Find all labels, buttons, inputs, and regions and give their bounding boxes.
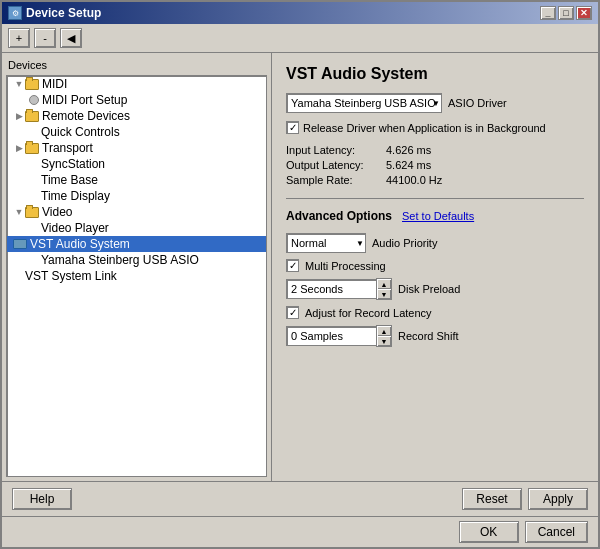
ok-button[interactable]: OK [459, 521, 519, 543]
tree-item-midi-port-setup[interactable]: MIDI Port Setup [7, 92, 266, 108]
remove-button[interactable]: - [34, 28, 56, 48]
audio-priority-row: Normal Boost High ▼ Audio Priority [286, 233, 584, 253]
title-buttons: _ □ ✕ [540, 6, 592, 20]
advanced-options-row: Advanced Options Set to Defaults [286, 209, 584, 223]
disk-preload-spinner: ▲ ▼ [286, 278, 392, 300]
disk-preload-spinner-buttons: ▲ ▼ [376, 278, 392, 300]
input-latency-label: Input Latency: [286, 144, 386, 156]
input-latency-row: Input Latency: 4.626 ms [286, 144, 584, 156]
driver-row: Yamaha Steinberg USB ASIO ▼ ASIO Driver [286, 93, 584, 113]
multi-processing-checkbox[interactable] [286, 259, 299, 272]
sample-rate-value: 44100.0 Hz [386, 174, 442, 186]
sample-rate-label: Sample Rate: [286, 174, 386, 186]
tree-label-yamaha-asio: Yamaha Steinberg USB ASIO [41, 253, 199, 267]
tree-label-vst-audio-system: VST Audio System [30, 237, 130, 251]
apply-button[interactable]: Apply [528, 488, 588, 510]
tree-label-midi: MIDI [42, 77, 67, 91]
cancel-button[interactable]: Cancel [525, 521, 588, 543]
expander-remote: ▶ [13, 111, 25, 121]
device-setup-window: ⚙ Device Setup _ □ ✕ + - ◀ Devices ▼ MID… [0, 0, 600, 549]
audio-priority-select-wrapper: Normal Boost High ▼ [286, 233, 366, 253]
tree-item-quick-controls[interactable]: Quick Controls [7, 124, 266, 140]
tree-label-video-player: Video Player [41, 221, 109, 235]
output-latency-value: 5.624 ms [386, 159, 431, 171]
record-shift-label: Record Shift [398, 330, 459, 342]
disk-preload-input[interactable] [286, 279, 376, 299]
record-shift-up[interactable]: ▲ [377, 326, 391, 336]
folder-icon-remote [25, 111, 39, 122]
driver-select[interactable]: Yamaha Steinberg USB ASIO [286, 93, 442, 113]
sample-rate-row: Sample Rate: 44100.0 Hz [286, 174, 584, 186]
tree-label-transport: Transport [42, 141, 93, 155]
multi-processing-label: Multi Processing [305, 260, 386, 272]
audio-priority-label: Audio Priority [372, 237, 437, 249]
driver-label: ASIO Driver [448, 97, 507, 109]
record-shift-row: ▲ ▼ Record Shift [286, 325, 584, 347]
section-title: VST Audio System [286, 65, 584, 83]
bottom-left-buttons: Help [12, 488, 72, 510]
tree-label-quick-controls: Quick Controls [41, 125, 120, 139]
bottom-right-buttons: Reset Apply [462, 488, 588, 510]
tree-item-remote-devices[interactable]: ▶ Remote Devices [7, 108, 266, 124]
tree-item-time-base[interactable]: Time Base [7, 172, 266, 188]
add-button[interactable]: + [8, 28, 30, 48]
maximize-button[interactable]: □ [558, 6, 574, 20]
folder-icon-video [25, 207, 39, 218]
tree-label-syncstation: SyncStation [41, 157, 105, 171]
folder-icon-midi [25, 79, 39, 90]
release-driver-row: Release Driver when Application is in Ba… [286, 121, 584, 134]
tree-item-video-player[interactable]: Video Player [7, 220, 266, 236]
devices-label: Devices [6, 57, 267, 73]
multi-processing-row: Multi Processing [286, 259, 584, 272]
tree-label-time-base: Time Base [41, 173, 98, 187]
release-driver-checkbox[interactable] [286, 121, 299, 134]
tree-item-vst-audio-system[interactable]: VST Audio System [7, 236, 266, 252]
audio-priority-select[interactable]: Normal Boost High [286, 233, 366, 253]
device-icon-vst [13, 239, 27, 249]
right-panel: VST Audio System Yamaha Steinberg USB AS… [272, 53, 598, 481]
tree-item-time-display[interactable]: Time Display [7, 188, 266, 204]
record-shift-down[interactable]: ▼ [377, 336, 391, 346]
tree-item-video[interactable]: ▼ Video [7, 204, 266, 220]
back-button[interactable]: ◀ [60, 28, 82, 48]
disk-preload-down[interactable]: ▼ [377, 289, 391, 299]
help-button[interactable]: Help [12, 488, 72, 510]
disk-preload-label: Disk Preload [398, 283, 460, 295]
bottom-buttons-row1: Help Reset Apply [2, 481, 598, 516]
tree-label-vst-system-link: VST System Link [25, 269, 117, 283]
set-to-defaults-link[interactable]: Set to Defaults [402, 210, 474, 222]
release-driver-label: Release Driver when Application is in Ba… [303, 122, 546, 134]
output-latency-row: Output Latency: 5.624 ms [286, 159, 584, 171]
close-button[interactable]: ✕ [576, 6, 592, 20]
tree-item-yamaha-asio[interactable]: Yamaha Steinberg USB ASIO [7, 252, 266, 268]
expander-video: ▼ [13, 207, 25, 217]
output-latency-label: Output Latency: [286, 159, 386, 171]
expander-transport: ▶ [13, 143, 25, 153]
main-content: Devices ▼ MIDI MIDI Port Setup ▶ [2, 53, 598, 481]
window-title: Device Setup [26, 6, 101, 20]
tree-item-midi[interactable]: ▼ MIDI [7, 76, 266, 92]
record-shift-input[interactable] [286, 326, 376, 346]
disk-preload-row: ▲ ▼ Disk Preload [286, 278, 584, 300]
minimize-button[interactable]: _ [540, 6, 556, 20]
record-shift-spinner: ▲ ▼ [286, 325, 392, 347]
left-panel: Devices ▼ MIDI MIDI Port Setup ▶ [2, 53, 272, 481]
title-bar-left: ⚙ Device Setup [8, 6, 101, 20]
title-bar: ⚙ Device Setup _ □ ✕ [2, 2, 598, 24]
disk-preload-up[interactable]: ▲ [377, 279, 391, 289]
reset-button[interactable]: Reset [462, 488, 522, 510]
adjust-record-checkbox[interactable] [286, 306, 299, 319]
record-shift-spinner-buttons: ▲ ▼ [376, 325, 392, 347]
midi-port-icon [29, 95, 39, 105]
folder-icon-transport [25, 143, 39, 154]
device-tree[interactable]: ▼ MIDI MIDI Port Setup ▶ Remote Devices [6, 75, 267, 477]
expander-midi: ▼ [13, 79, 25, 89]
latency-block: Input Latency: 4.626 ms Output Latency: … [286, 144, 584, 186]
divider [286, 198, 584, 199]
tree-item-transport[interactable]: ▶ Transport [7, 140, 266, 156]
tree-label-video: Video [42, 205, 72, 219]
tree-item-vst-system-link[interactable]: VST System Link [7, 268, 266, 284]
tree-item-syncstation[interactable]: SyncStation [7, 156, 266, 172]
toolbar: + - ◀ [2, 24, 598, 53]
tree-label-time-display: Time Display [41, 189, 110, 203]
